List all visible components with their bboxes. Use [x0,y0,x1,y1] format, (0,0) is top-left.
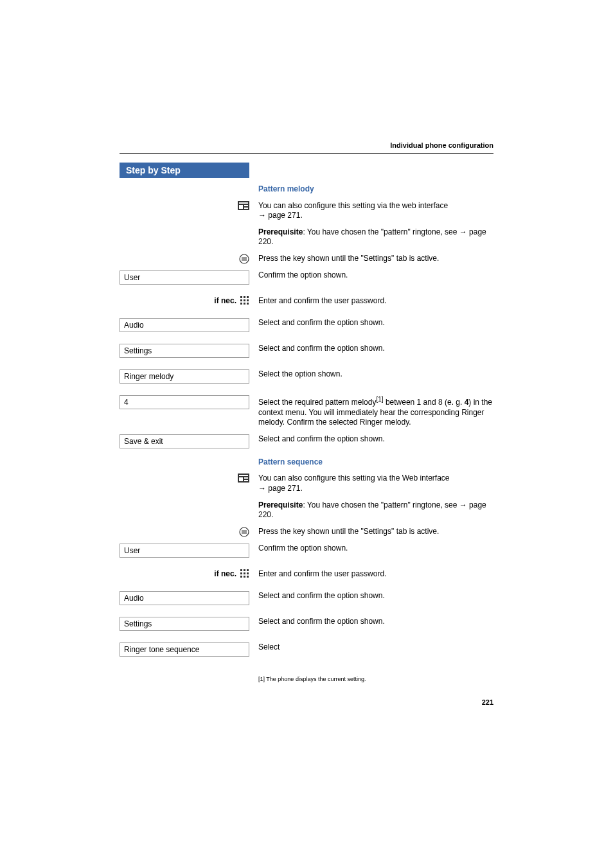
svg-rect-32 [247,572,249,574]
svg-rect-31 [244,572,245,574]
svg-rect-3 [244,205,248,206]
page-header: Individual phone configuration [120,141,493,154]
svg-rect-17 [247,303,249,305]
settings-key-icon [239,527,249,537]
svg-rect-27 [240,569,242,571]
page-ref-271[interactable]: page 271. [266,484,303,493]
if-necessary-label: if nec. [214,296,236,305]
keypad-icon [240,296,249,306]
menu-option-save-exit: Save & exit [120,434,249,448]
svg-rect-10 [244,296,245,298]
menu-option-settings: Settings [120,344,249,358]
tone-instruction: Select [249,642,493,653]
audio-instruction: Select and confirm the option shown. [249,591,493,601]
svg-rect-19 [239,475,248,476]
settings-instruction: Select and confirm the option shown. [249,344,493,354]
ringer-instruction: Select the option shown. [249,369,493,380]
keypad-icon [240,569,249,580]
footnote: [1] The phone displays the current setti… [258,676,493,684]
svg-rect-30 [240,572,242,574]
prerequisite-note: Prerequisite: You have chosen the "patte… [249,500,493,520]
menu-option-ringer-melody: Ringer melody [120,369,249,384]
web-interface-icon [238,201,249,210]
if-necessary-label: if nec. [214,569,236,578]
svg-rect-22 [244,480,248,481]
section-heading-pattern-melody: Pattern melody [258,184,314,193]
web-interface-icon [238,474,249,483]
password-instruction: Enter and confirm the user password. [249,569,493,580]
save-instruction: Select and confirm the option shown. [249,434,493,445]
svg-rect-15 [240,303,242,305]
section-heading-pattern-sequence: Pattern sequence [258,457,323,466]
settings-instruction: Select and confirm the option shown. [249,617,493,627]
svg-rect-33 [240,576,242,578]
svg-rect-14 [247,299,249,301]
password-instruction: Enter and confirm the user password. [249,296,493,306]
svg-rect-12 [240,299,242,301]
press-key-instruction: Press the key shown until the "Settings"… [249,527,493,537]
menu-option-settings: Settings [120,617,249,631]
svg-rect-9 [240,296,242,298]
user-instruction: Confirm the option shown. [249,544,493,554]
menu-option-user: User [120,544,249,558]
page-ref-271[interactable]: page 271. [266,211,303,220]
svg-rect-16 [244,303,245,305]
svg-rect-21 [244,477,248,479]
page-number: 221 [120,698,493,706]
value-instruction: Select the required pattern melody[1] be… [249,395,493,428]
svg-rect-1 [239,202,248,204]
svg-rect-11 [247,296,249,298]
menu-option-ringer-tone-sequence: Ringer tone sequence [120,642,249,657]
audio-instruction: Select and confirm the option shown. [249,318,493,328]
svg-rect-13 [244,299,245,301]
web-interface-note: You can also configure this setting via … [249,201,493,221]
menu-option-audio: Audio [120,318,249,332]
web-interface-note: You can also configure this setting via … [249,474,493,493]
svg-rect-34 [244,576,245,578]
menu-option-user: User [120,270,249,285]
press-key-instruction: Press the key shown until the "Settings"… [249,254,493,264]
svg-rect-20 [239,477,243,481]
menu-option-value-4: 4 [120,395,249,409]
user-instruction: Confirm the option shown. [249,270,493,281]
svg-rect-2 [239,205,243,209]
svg-rect-28 [244,569,245,571]
step-by-step-header: Step by Step [120,163,249,178]
menu-option-audio: Audio [120,591,249,605]
svg-rect-4 [244,208,248,209]
svg-rect-29 [247,569,249,571]
prerequisite-note: Prerequisite: You have chosen the "patte… [249,227,493,247]
settings-key-icon [239,254,249,264]
svg-rect-35 [247,576,249,578]
